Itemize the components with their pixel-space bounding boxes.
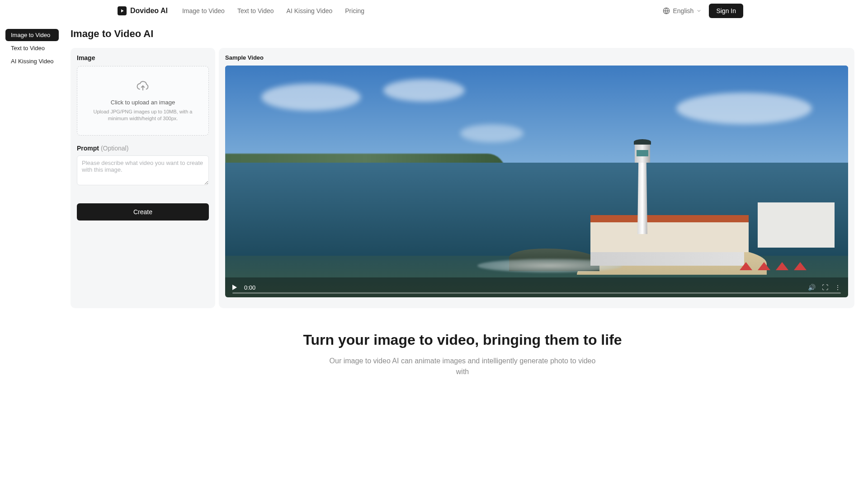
prompt-input[interactable]: [77, 155, 209, 185]
language-label: English: [673, 7, 693, 14]
sample-video-label: Sample Video: [225, 54, 848, 61]
hero-section: Turn your image to video, bringing them …: [71, 332, 854, 386]
volume-icon[interactable]: 🔊: [808, 284, 816, 291]
sidebar-item-text-to-video[interactable]: Text to Video: [5, 42, 59, 54]
header: Dovideo AI Image to Video Text to Video …: [0, 0, 868, 22]
upload-title: Click to upload an image: [85, 99, 201, 106]
hero-subtitle: Our image to video AI can animate images…: [327, 356, 598, 377]
input-panel: Image Click to upload an image Upload JP…: [71, 48, 215, 308]
prompt-label: Prompt: [77, 145, 99, 152]
prompt-optional-tag: (Optional): [101, 145, 128, 152]
globe-icon: [663, 7, 670, 14]
logo-icon: [118, 6, 127, 15]
sidebar-item-image-to-video[interactable]: Image to Video: [5, 29, 59, 41]
fullscreen-icon[interactable]: ⛶: [822, 284, 828, 291]
sample-panel: Sample Video 0:00: [219, 48, 854, 308]
sidebar: Image to Video Text to Video AI Kissing …: [5, 29, 59, 67]
upload-dropzone[interactable]: Click to upload an image Upload JPG/PNG …: [77, 66, 209, 136]
logo[interactable]: Dovideo AI: [118, 6, 168, 15]
language-selector[interactable]: English: [663, 7, 702, 14]
nav-text-to-video[interactable]: Text to Video: [237, 7, 274, 14]
upload-subtitle: Upload JPG/PNG images up to 10MB, with a…: [85, 108, 201, 122]
main-content: Image to Video AI Image Click to upload …: [0, 22, 868, 386]
nav-links: Image to Video Text to Video AI Kissing …: [182, 7, 364, 14]
sample-video[interactable]: 0:00 🔊 ⛶ ⋮: [225, 66, 848, 297]
play-button[interactable]: [232, 285, 237, 290]
signin-button[interactable]: Sign In: [709, 4, 743, 18]
sidebar-item-ai-kissing-video[interactable]: AI Kissing Video: [5, 55, 59, 67]
nav-image-to-video[interactable]: Image to Video: [182, 7, 225, 14]
hero-title: Turn your image to video, bringing them …: [89, 332, 836, 348]
image-section-label: Image: [77, 54, 209, 61]
prompt-label-row: Prompt (Optional): [77, 145, 209, 152]
video-progress[interactable]: [232, 292, 841, 294]
video-controls: 0:00 🔊 ⛶ ⋮: [225, 277, 848, 297]
nav-pricing[interactable]: Pricing: [345, 7, 364, 14]
video-time: 0:00: [244, 284, 255, 291]
brand-name: Dovideo AI: [130, 7, 168, 15]
page-title: Image to Video AI: [71, 28, 854, 40]
nav-ai-kissing-video[interactable]: AI Kissing Video: [287, 7, 333, 14]
upload-cloud-icon: [136, 79, 150, 93]
chevron-down-icon: [696, 8, 702, 14]
create-button[interactable]: Create: [77, 203, 209, 221]
more-icon[interactable]: ⋮: [835, 284, 841, 291]
